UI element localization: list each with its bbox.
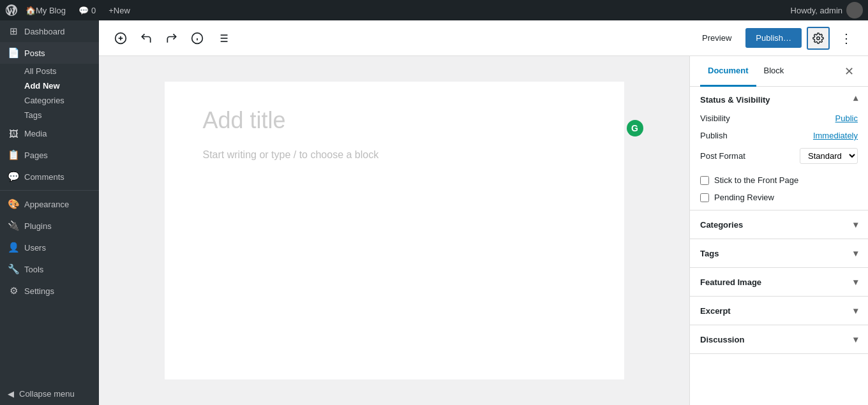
status-visibility-header[interactable]: Status & Visibility ▾ xyxy=(690,87,868,110)
adminbar-site-name: My Blog xyxy=(36,6,66,15)
preview-button[interactable]: Preview xyxy=(693,29,740,47)
plugins-icon: 🔌 xyxy=(8,220,19,232)
sidebar-item-comments[interactable]: 💬 Comments xyxy=(0,166,99,188)
post-title-field[interactable]: Add title xyxy=(203,107,586,134)
media-icon: 🖼 xyxy=(8,128,19,139)
more-options-button[interactable]: ⋮ xyxy=(835,27,858,50)
sidebar: ⊞ Dashboard 📄 Posts All Posts Add New Ca… xyxy=(0,20,99,405)
panel-close-button[interactable]: ✕ xyxy=(840,63,858,80)
sidebar-all-posts-label: All Posts xyxy=(24,66,57,76)
toolbar-right: Preview Publish… ⋮ xyxy=(693,27,858,50)
sidebar-sub-tags[interactable]: Tags xyxy=(0,108,99,122)
panel-tabs: Document Block ✕ xyxy=(690,56,868,87)
publish-value[interactable]: Immediately xyxy=(813,131,858,140)
sidebar-item-dashboard[interactable]: ⊞ Dashboard xyxy=(0,20,99,42)
stick-front-page-checkbox[interactable] xyxy=(700,176,709,185)
admin-bar: 🏠 My Blog 💬 0 + New Howdy, admin xyxy=(0,0,868,20)
tab-document[interactable]: Document xyxy=(700,56,756,87)
info-button[interactable] xyxy=(186,27,209,50)
sidebar-item-plugins[interactable]: 🔌 Plugins xyxy=(0,215,99,237)
categories-label: Categories xyxy=(700,220,743,230)
sidebar-item-pages[interactable]: 📋 Pages xyxy=(0,144,99,166)
publish-label: Publish xyxy=(700,131,728,140)
sidebar-label-tools: Tools xyxy=(24,265,43,274)
post-format-row: Post Format Standard Aside Image Video Q… xyxy=(690,144,868,172)
sidebar-item-tools[interactable]: 🔧 Tools xyxy=(0,258,99,280)
sidebar-divider-1 xyxy=(0,190,99,191)
tools-icon: 🔧 xyxy=(8,263,19,275)
sidebar-item-settings[interactable]: ⚙ Settings xyxy=(0,280,99,302)
tags-section[interactable]: Tags ▾ xyxy=(690,239,868,268)
adminbar-new-label: New xyxy=(114,6,130,15)
adminbar-plus-icon: + xyxy=(108,6,114,15)
settings-icon: ⚙ xyxy=(8,285,19,297)
status-visibility-title: Status & Visibility xyxy=(700,95,770,105)
sidebar-tags-label: Tags xyxy=(24,110,41,120)
adminbar-site[interactable]: 🏠 My Blog xyxy=(20,0,71,20)
featured-image-label: Featured Image xyxy=(700,277,761,287)
editor-canvas[interactable]: Add title Start writing or type / to cho… xyxy=(99,56,689,405)
featured-image-section[interactable]: Featured Image ▾ xyxy=(690,268,868,297)
sidebar-label-pages: Pages xyxy=(24,151,48,160)
appearance-icon: 🎨 xyxy=(8,198,19,210)
adminbar-howdy: Howdy, admin xyxy=(791,6,842,15)
sidebar-label-plugins: Plugins xyxy=(24,221,52,231)
post-body-field[interactable]: Start writing or type / to choose a bloc… xyxy=(203,149,586,161)
adminbar-avatar[interactable] xyxy=(846,2,863,18)
sidebar-label-appearance: Appearance xyxy=(24,200,69,209)
comments-icon: 💬 xyxy=(8,171,19,182)
list-view-button[interactable] xyxy=(211,27,234,50)
sidebar-categories-label: Categories xyxy=(24,96,64,105)
sidebar-label-users: Users xyxy=(24,243,46,253)
discussion-label: Discussion xyxy=(700,335,744,344)
wp-logo[interactable] xyxy=(5,4,18,17)
sidebar-sub-add-new[interactable]: Add New xyxy=(0,78,99,93)
sidebar-item-appearance[interactable]: 🎨 Appearance xyxy=(0,193,99,215)
discussion-section[interactable]: Discussion ▾ xyxy=(690,325,868,354)
status-visibility-section: Status & Visibility ▾ Visibility Public … xyxy=(690,87,868,210)
collapse-icon: ◀ xyxy=(8,389,14,399)
categories-section[interactable]: Categories ▾ xyxy=(690,210,868,239)
publish-button[interactable]: Publish… xyxy=(745,28,802,48)
excerpt-label: Excerpt xyxy=(700,306,731,316)
sidebar-sub-all-posts[interactable]: All Posts xyxy=(0,64,99,78)
editor-toolbar: Preview Publish… ⋮ xyxy=(99,20,868,56)
pages-icon: 📋 xyxy=(8,149,19,161)
pending-review-checkbox[interactable] xyxy=(700,193,709,202)
undo-button[interactable] xyxy=(135,27,158,50)
add-block-button[interactable] xyxy=(109,27,132,50)
excerpt-chevron: ▾ xyxy=(853,306,858,316)
tab-block[interactable]: Block xyxy=(756,56,792,87)
excerpt-section[interactable]: Excerpt ▾ xyxy=(690,297,868,325)
adminbar-right: Howdy, admin xyxy=(791,2,863,18)
adminbar-new[interactable]: + New xyxy=(103,0,135,20)
tab-document-label: Document xyxy=(708,66,749,75)
pending-review-label: Pending Review xyxy=(714,193,774,202)
sidebar-add-new-label: Add New xyxy=(24,81,60,91)
editor-wrapper: Preview Publish… ⋮ Add title Start writi… xyxy=(99,20,868,405)
svg-point-12 xyxy=(817,36,820,40)
sidebar-label-media: Media xyxy=(24,129,47,138)
sidebar-item-media[interactable]: 🖼 Media xyxy=(0,122,99,144)
pending-review-row: Pending Review xyxy=(690,189,868,210)
adminbar-comment-icon: 💬 xyxy=(79,6,89,15)
adminbar-comments[interactable]: 💬 0 xyxy=(73,0,101,20)
post-format-select[interactable]: Standard Aside Image Video Quote Link Ga… xyxy=(800,148,858,164)
stick-front-page-label: Stick to the Front Page xyxy=(714,175,798,185)
users-icon: 👤 xyxy=(8,242,19,253)
discussion-chevron: ▾ xyxy=(853,334,858,344)
sidebar-item-posts[interactable]: 📄 Posts xyxy=(0,42,99,64)
categories-chevron: ▾ xyxy=(853,219,858,230)
redo-button[interactable] xyxy=(160,27,183,50)
sidebar-sub-categories[interactable]: Categories xyxy=(0,93,99,108)
sidebar-label-posts: Posts xyxy=(24,48,45,58)
publish-row: Publish Immediately xyxy=(690,127,868,144)
sidebar-item-users[interactable]: 👤 Users xyxy=(0,237,99,258)
settings-panel-button[interactable] xyxy=(807,27,830,50)
visibility-label: Visibility xyxy=(700,114,730,123)
collapse-menu[interactable]: ◀ Collapse menu xyxy=(0,383,99,405)
tab-block-label: Block xyxy=(764,66,784,75)
sidebar-label-comments: Comments xyxy=(24,172,64,182)
visibility-value[interactable]: Public xyxy=(835,114,858,123)
dashboard-icon: ⊞ xyxy=(8,26,19,37)
